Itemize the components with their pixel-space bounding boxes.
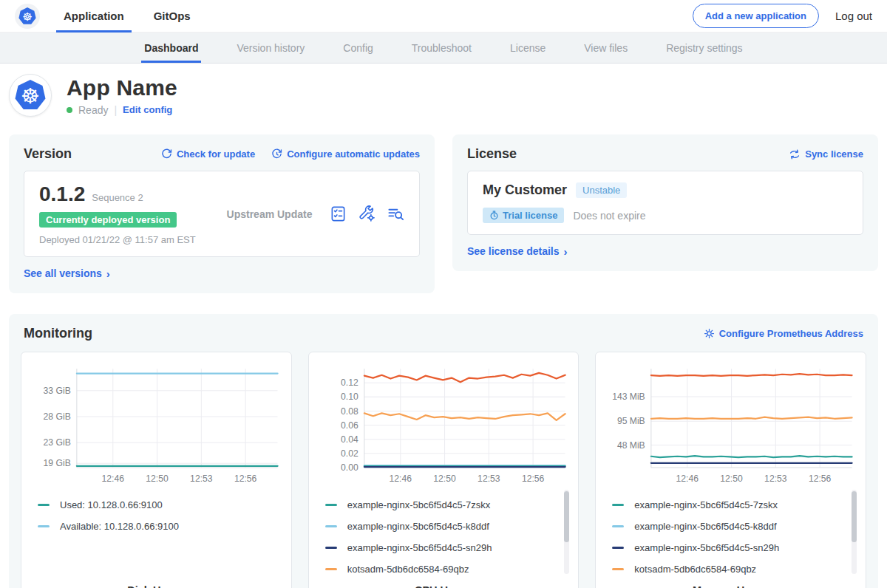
legend-scrollbar[interactable] bbox=[564, 490, 569, 574]
legend-color-dash bbox=[325, 568, 337, 570]
legend-color-dash bbox=[612, 525, 624, 527]
chart-title: Disk Usage bbox=[30, 584, 282, 588]
tab-troubleshoot[interactable]: Troubleshoot bbox=[412, 33, 472, 63]
legend-color-dash bbox=[325, 504, 337, 506]
chart-title: CPU Usage bbox=[318, 584, 570, 588]
preflight-checks-icon[interactable] bbox=[330, 205, 347, 222]
svg-text:12:56: 12:56 bbox=[234, 474, 257, 484]
svg-text:12:53: 12:53 bbox=[190, 474, 213, 484]
version-card: Version Check for update Configure autom… bbox=[9, 134, 435, 293]
cards-row: Version Check for update Configure autom… bbox=[9, 134, 878, 293]
tab-license[interactable]: License bbox=[510, 33, 546, 63]
app-sub-navigation: Dashboard Version history Config Trouble… bbox=[0, 33, 887, 64]
svg-text:☸: ☸ bbox=[22, 10, 33, 22]
legend-label: example-nginx-5bc6f5d4c5-7zskx bbox=[634, 499, 778, 510]
see-license-details-link[interactable]: See license details › bbox=[467, 245, 568, 257]
svg-text:143 MiB: 143 MiB bbox=[612, 392, 645, 402]
svg-text:19 GiB: 19 GiB bbox=[44, 458, 71, 468]
chevron-right-icon: › bbox=[564, 246, 568, 257]
edit-config-link[interactable]: Edit config bbox=[123, 104, 172, 115]
tab-version-history[interactable]: Version history bbox=[237, 33, 305, 63]
app-header: ☸ App Name Ready | Edit config bbox=[0, 64, 887, 130]
cpu-usage-chart: 12:4612:5012:5312:560.120.100.080.060.04… bbox=[318, 361, 570, 487]
kubernetes-app-icon: ☸ bbox=[13, 78, 47, 112]
expiry-text: Does not expire bbox=[573, 210, 645, 222]
auto-update-clock-icon bbox=[271, 148, 282, 160]
legend-color-dash bbox=[612, 504, 624, 506]
svg-text:12:53: 12:53 bbox=[478, 474, 500, 484]
legend-item: example-nginx-5bc6f5d4c5-7zskx bbox=[325, 494, 560, 516]
disk-usage-chart-card: 12:4612:5012:5312:5633 GiB28 GiB23 GiB19… bbox=[21, 352, 292, 588]
see-all-versions-link[interactable]: See all versions › bbox=[24, 267, 110, 279]
svg-text:0.08: 0.08 bbox=[341, 406, 358, 417]
chart-legend: example-nginx-5bc6f5d4c5-7zskxexample-ng… bbox=[605, 487, 857, 581]
legend-item: example-nginx-5bc6f5d4c5-sn29h bbox=[325, 537, 560, 558]
current-version-row: 0.1.2 Sequence 2 Currently deployed vers… bbox=[24, 171, 420, 257]
kots-admin-console: ☸ Application GitOps Add a new applicati… bbox=[0, 0, 887, 588]
svg-text:12:50: 12:50 bbox=[721, 474, 744, 484]
legend-color-dash bbox=[612, 568, 624, 570]
tab-config[interactable]: Config bbox=[343, 33, 373, 63]
trial-license-badge: Trial license bbox=[483, 208, 564, 223]
channel-badge: Unstable bbox=[576, 182, 627, 198]
legend-label: kotsadm-5db6dc6584-69qbz bbox=[347, 564, 469, 575]
top-navigation: ☸ Application GitOps Add a new applicati… bbox=[0, 0, 887, 33]
legend-item: example-nginx-5bc6f5d4c5-7zskx bbox=[612, 494, 846, 516]
sync-arrows-icon bbox=[789, 148, 801, 160]
tab-dashboard[interactable]: Dashboard bbox=[144, 33, 198, 63]
config-wrench-icon[interactable] bbox=[358, 205, 375, 222]
tab-registry-settings[interactable]: Registry settings bbox=[666, 33, 742, 63]
topnav-tab-application[interactable]: Application bbox=[61, 0, 127, 33]
license-card-title: License bbox=[467, 146, 517, 162]
version-card-title: Version bbox=[24, 146, 72, 162]
svg-text:95 MiB: 95 MiB bbox=[617, 416, 645, 426]
svg-text:23 GiB: 23 GiB bbox=[44, 437, 71, 448]
svg-text:12:53: 12:53 bbox=[764, 474, 787, 484]
svg-text:☸: ☸ bbox=[21, 84, 40, 108]
configure-automatic-updates-link[interactable]: Configure automatic updates bbox=[271, 148, 420, 160]
legend-label: example-nginx-5bc6f5d4c5-k8ddf bbox=[347, 521, 489, 532]
legend-item: Used: 10.128.0.66:9100 bbox=[38, 494, 272, 516]
kubernetes-logo[interactable]: ☸ bbox=[15, 4, 40, 29]
svg-text:12:56: 12:56 bbox=[522, 474, 545, 484]
view-diff-icon[interactable] bbox=[387, 205, 404, 222]
tab-view-files[interactable]: View files bbox=[584, 33, 628, 63]
topnav-tab-gitops[interactable]: GitOps bbox=[151, 0, 194, 33]
legend-item: example-nginx-5bc6f5d4c5-k8ddf bbox=[612, 516, 846, 537]
add-application-button[interactable]: Add a new application bbox=[693, 4, 819, 28]
svg-text:12:50: 12:50 bbox=[433, 474, 456, 484]
memory-usage-chart: 12:4612:5012:5312:56143 MiB95 MiB48 MiB bbox=[605, 361, 857, 487]
kubernetes-helm-icon: ☸ bbox=[18, 7, 37, 26]
customer-name: My Customer bbox=[483, 182, 567, 198]
svg-text:0.02: 0.02 bbox=[341, 448, 358, 459]
legend-item: example-nginx-5bc6f5d4c5-k8ddf bbox=[325, 516, 560, 537]
sync-license-link[interactable]: Sync license bbox=[789, 148, 863, 160]
version-number: 0.1.2 bbox=[39, 182, 85, 206]
license-summary-row: My Customer Unstable Trial license Does … bbox=[467, 171, 863, 235]
legend-item: Available: 10.128.0.66:9100 bbox=[38, 516, 272, 537]
check-for-update-link[interactable]: Check for update bbox=[161, 148, 255, 160]
svg-text:12:50: 12:50 bbox=[146, 474, 169, 484]
legend-color-dash bbox=[38, 525, 50, 527]
monitoring-section: Monitoring Configure Prometheus Address … bbox=[9, 314, 878, 588]
legend-scrollbar-thumb[interactable] bbox=[852, 491, 857, 541]
gear-icon bbox=[704, 328, 715, 339]
svg-text:12:56: 12:56 bbox=[809, 474, 832, 484]
legend-color-dash bbox=[612, 547, 624, 549]
legend-label: Used: 10.128.0.66:9100 bbox=[60, 499, 163, 510]
legend-label: Available: 10.128.0.66:9100 bbox=[60, 521, 179, 532]
memory-usage-chart-card: 12:4612:5012:5312:56143 MiB95 MiB48 MiBe… bbox=[595, 352, 866, 588]
refresh-icon bbox=[161, 148, 172, 160]
configure-prometheus-link[interactable]: Configure Prometheus Address bbox=[704, 328, 863, 339]
legend-label: example-nginx-5bc6f5d4c5-sn29h bbox=[634, 542, 779, 553]
disk-usage-chart: 12:4612:5012:5312:5633 GiB28 GiB23 GiB19… bbox=[30, 361, 282, 487]
chevron-right-icon: › bbox=[106, 268, 110, 279]
legend-scrollbar[interactable] bbox=[852, 490, 857, 574]
legend-label: example-nginx-5bc6f5d4c5-7zskx bbox=[347, 499, 491, 510]
logout-button[interactable]: Log out bbox=[835, 10, 872, 22]
svg-text:28 GiB: 28 GiB bbox=[44, 411, 71, 422]
legend-scrollbar-thumb[interactable] bbox=[564, 491, 569, 541]
chart-title: Memory Usage bbox=[605, 584, 857, 588]
legend-label: kotsadm-5db6dc6584-69qbz bbox=[634, 564, 756, 575]
svg-text:0.12: 0.12 bbox=[341, 377, 358, 388]
